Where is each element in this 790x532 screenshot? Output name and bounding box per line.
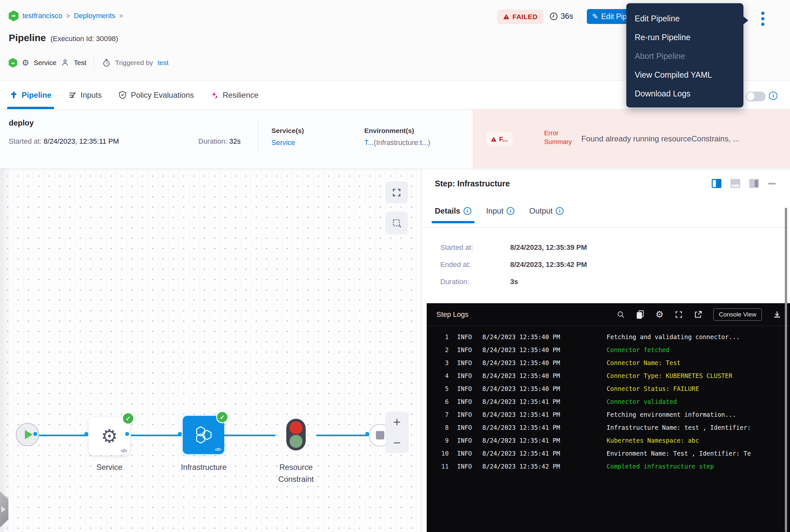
duration-label: Duration:: [198, 137, 227, 145]
environments-label: Environment(s): [364, 127, 430, 135]
layout-split-horizontal-icon[interactable]: [731, 179, 740, 188]
menu-item[interactable]: Download Logs: [626, 84, 744, 103]
execution-id: (Execution Id: 30098): [51, 35, 118, 43]
step-logs-panel: Step Logs ⚙ Console View: [427, 303, 790, 532]
stage-started-at: Started at: 8/24/2023, 12:35:11 PM: [9, 137, 119, 146]
node-resource-constraint[interactable]: [286, 419, 306, 451]
node-label-infrastructure: Infrastructure: [171, 461, 236, 473]
pipeline-graph-canvas[interactable]: ⚙ ✓ </> ✓ </> Service Infrastructure Res…: [0, 168, 421, 532]
menu-pointer-arrow: [743, 16, 748, 24]
services-value-link[interactable]: Service: [271, 138, 304, 147]
detail-label: Started at:: [440, 243, 510, 252]
tab-label: Policy Evaluations: [131, 91, 194, 100]
tab-pipeline[interactable]: Pipeline: [10, 81, 52, 109]
log-timestamp: 8/24/2023 12:35:40 PM: [482, 385, 605, 392]
zoom-in-button[interactable]: +: [393, 416, 401, 428]
pipeline-meta-row: ∞ ⚙ Service Test Triggered by test: [9, 56, 169, 70]
step-detail-tab-label: Output: [529, 207, 553, 215]
log-row: 3 INFO 8/24/2023 12:35:40 PM Connector N…: [427, 356, 790, 369]
traffic-light-green: [290, 435, 303, 448]
log-line-number: 6: [427, 398, 449, 405]
fullscreen-button[interactable]: [385, 182, 408, 204]
resilience-tab-icon: [211, 91, 219, 99]
tab-resilience[interactable]: Resilience: [211, 81, 258, 109]
pipeline-options-menu: Edit Pipeline Re-run Pipeline Abort Pipe…: [626, 3, 744, 108]
menu-item-label: Edit Pipeline: [635, 14, 680, 23]
menu-item[interactable]: Re-run Pipeline: [626, 28, 744, 46]
log-level: INFO: [457, 450, 482, 457]
step-logs-body[interactable]: 1 INFO 8/24/2023 12:35:40 PM Fetching an…: [427, 330, 790, 532]
log-level: INFO: [457, 424, 482, 431]
node-service[interactable]: ⚙ ✓ </>: [89, 417, 130, 455]
total-duration: 36s: [549, 12, 573, 21]
breadcrumb: ∞ testfrancisco > Deployments >: [9, 11, 123, 21]
log-row: 10 INFO 8/24/2023 12:35:41 PM Environmen…: [427, 447, 790, 460]
log-download-icon[interactable]: [773, 310, 781, 319]
error-summary-label: Error Summary: [544, 129, 572, 146]
log-copy-icon[interactable]: [636, 310, 644, 319]
log-open-external-icon[interactable]: [694, 310, 702, 319]
inputs-tab-icon: [68, 91, 77, 99]
step-detail-tabs: Details i Input i Output i: [435, 207, 563, 223]
panel-scrollbar[interactable]: [785, 208, 787, 532]
detail-value: 3s: [510, 278, 518, 286]
breadcrumb-deployments-link[interactable]: Deployments: [74, 12, 115, 20]
node-infrastructure[interactable]: ✓ </>: [183, 416, 224, 454]
log-line-number: 4: [427, 372, 449, 379]
services-label: Service(s): [271, 127, 304, 135]
edge-port: [33, 432, 37, 436]
log-row: 8 INFO 8/24/2023 12:35:41 PM Infrastruct…: [427, 421, 790, 434]
view-toggle[interactable]: [746, 92, 766, 101]
log-search-icon[interactable]: [617, 310, 625, 319]
menu-item-label: Abort Pipeline: [635, 52, 685, 61]
log-line-number: 9: [427, 437, 449, 444]
menu-item[interactable]: View Compiled YAML: [626, 65, 744, 84]
left-panel-expander[interactable]: [0, 491, 8, 528]
step-details-panel: Step: Infrastructure Details i Input i O…: [421, 168, 790, 532]
service-name[interactable]: Service: [34, 59, 56, 66]
log-level: INFO: [457, 372, 482, 379]
layout-split-vertical-icon[interactable]: [712, 179, 721, 188]
log-settings-gear-icon[interactable]: ⚙: [655, 309, 663, 320]
log-fullscreen-icon[interactable]: [675, 310, 683, 319]
infrastructure-hexagons-icon: [193, 425, 214, 445]
marquee-select-button[interactable]: [385, 212, 408, 234]
console-view-button[interactable]: Console View: [713, 308, 762, 321]
traffic-light-red: [290, 421, 303, 434]
service-gear-icon: ⚙: [101, 427, 118, 445]
success-check-icon: ✓: [123, 413, 133, 423]
info-icon: i: [556, 207, 563, 215]
environment-name[interactable]: Test: [74, 59, 86, 66]
more-options-kebab-icon[interactable]: [761, 12, 765, 28]
log-message: Connector Status: FAILURE: [606, 385, 699, 392]
step-detail-tab-label: Input: [486, 207, 503, 215]
log-timestamp: 8/24/2023 12:35:41 PM: [482, 424, 605, 431]
harness-logo-icon: ∞: [9, 11, 18, 21]
title-row: Pipeline (Execution Id: 30098): [9, 32, 118, 43]
step-detail-tab[interactable]: Output i: [529, 207, 563, 223]
menu-item[interactable]: Abort Pipeline: [626, 46, 744, 65]
step-detail-tab-label: Details: [435, 207, 460, 215]
log-timestamp: 8/24/2023 12:35:40 PM: [482, 372, 605, 379]
tab-policy-evaluations[interactable]: Policy Evaluations: [118, 81, 194, 109]
edge: [223, 435, 275, 436]
zoom-out-button[interactable]: −: [393, 437, 401, 449]
environments-value[interactable]: T...(Infrastructure:t...): [364, 138, 430, 147]
pipeline-tab-icon: [10, 91, 18, 99]
log-row: 6 INFO 8/24/2023 12:35:41 PM Connector v…: [427, 395, 790, 408]
triggered-by-user-link[interactable]: test: [157, 59, 169, 66]
harness-logo-icon: ∞: [9, 58, 17, 68]
info-icon: i: [507, 207, 514, 215]
environment-person-icon: [61, 59, 69, 67]
minimize-icon[interactable]: [768, 183, 776, 185]
log-row: 7 INFO 8/24/2023 12:35:41 PM Fetching en…: [427, 408, 790, 421]
error-summary-text[interactable]: Found already running resourceConstrains…: [581, 134, 775, 144]
step-detail-tab[interactable]: Details i: [435, 207, 471, 223]
step-detail-tab[interactable]: Input i: [486, 207, 514, 223]
menu-item[interactable]: Edit Pipeline: [626, 9, 744, 28]
triggered-by-label: Triggered by: [115, 59, 153, 66]
tab-inputs[interactable]: Inputs: [68, 81, 101, 109]
tabbar-info-icon[interactable]: i: [769, 92, 777, 100]
breadcrumb-project-link[interactable]: testfrancisco: [22, 12, 62, 20]
layout-right-drawer-icon[interactable]: [749, 179, 759, 188]
